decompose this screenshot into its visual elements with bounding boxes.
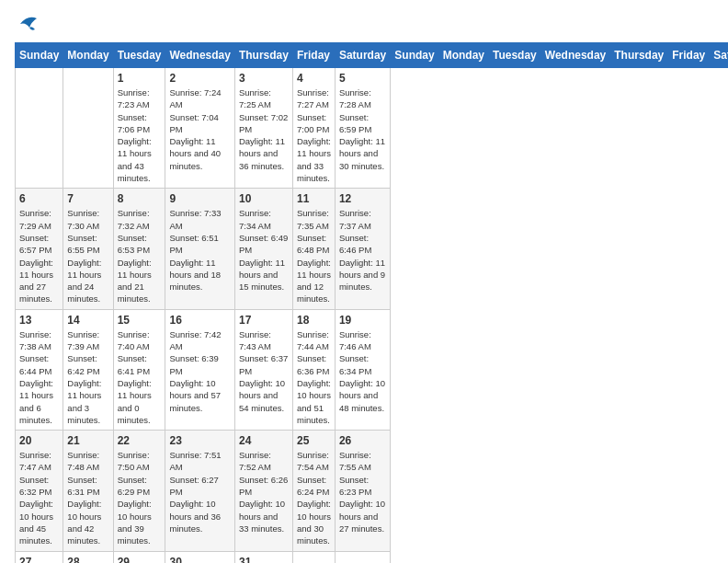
day-number: 19	[339, 314, 386, 327]
calendar-cell: 25Sunrise: 7:54 AM Sunset: 6:24 PM Dayli…	[292, 431, 335, 551]
day-number: 25	[297, 434, 331, 447]
day-info: Sunrise: 7:30 AM Sunset: 6:55 PM Dayligh…	[67, 208, 101, 304]
day-info: Sunrise: 7:27 AM Sunset: 7:00 PM Dayligh…	[297, 87, 331, 183]
day-info: Sunrise: 7:38 AM Sunset: 6:44 PM Dayligh…	[19, 329, 53, 425]
day-number: 23	[169, 434, 230, 447]
day-info: Sunrise: 7:34 AM Sunset: 6:49 PM Dayligh…	[239, 208, 288, 292]
calendar-cell: 24Sunrise: 7:52 AM Sunset: 6:26 PM Dayli…	[234, 431, 292, 551]
day-info: Sunrise: 7:23 AM Sunset: 7:06 PM Dayligh…	[118, 87, 152, 183]
calendar-header-thursday: Thursday	[234, 43, 292, 68]
day-number: 5	[339, 72, 386, 85]
calendar-cell: 8Sunrise: 7:32 AM Sunset: 6:53 PM Daylig…	[113, 189, 165, 309]
day-info: Sunrise: 7:47 AM Sunset: 6:32 PM Dayligh…	[19, 450, 53, 546]
calendar-cell: 1Sunrise: 7:23 AM Sunset: 7:06 PM Daylig…	[113, 68, 165, 189]
day-info: Sunrise: 7:54 AM Sunset: 6:24 PM Dayligh…	[297, 450, 331, 546]
calendar-cell	[63, 68, 113, 189]
calendar-cell: 11Sunrise: 7:35 AM Sunset: 6:48 PM Dayli…	[292, 189, 335, 309]
day-number: 24	[239, 434, 289, 447]
calendar-week-row: 27Sunrise: 6:56 AM Sunset: 5:21 PM Dayli…	[16, 551, 729, 563]
calendar-cell: 27Sunrise: 6:56 AM Sunset: 5:21 PM Dayli…	[16, 551, 63, 563]
day-number: 27	[19, 556, 59, 564]
calendar-cell: 23Sunrise: 7:51 AM Sunset: 6:27 PM Dayli…	[165, 431, 234, 551]
day-number: 10	[239, 192, 289, 205]
calendar-cell: 7Sunrise: 7:30 AM Sunset: 6:55 PM Daylig…	[63, 189, 113, 309]
calendar-week-row: 6Sunrise: 7:29 AM Sunset: 6:57 PM Daylig…	[16, 189, 729, 309]
calendar-cell: 10Sunrise: 7:34 AM Sunset: 6:49 PM Dayli…	[234, 189, 292, 309]
day-info: Sunrise: 7:39 AM Sunset: 6:42 PM Dayligh…	[67, 329, 101, 425]
calendar-cell: 15Sunrise: 7:40 AM Sunset: 6:41 PM Dayli…	[113, 309, 165, 430]
day-number: 3	[239, 72, 289, 85]
calendar-header-wednesday: Wednesday	[540, 43, 609, 68]
day-number: 16	[169, 314, 230, 327]
calendar-week-row: 1Sunrise: 7:23 AM Sunset: 7:06 PM Daylig…	[16, 68, 729, 189]
day-number: 8	[118, 192, 162, 205]
day-info: Sunrise: 7:43 AM Sunset: 6:37 PM Dayligh…	[239, 329, 288, 413]
day-info: Sunrise: 7:35 AM Sunset: 6:48 PM Dayligh…	[297, 208, 331, 304]
day-info: Sunrise: 7:32 AM Sunset: 6:53 PM Dayligh…	[118, 208, 152, 304]
calendar-cell: 26Sunrise: 7:55 AM Sunset: 6:23 PM Dayli…	[335, 431, 390, 551]
day-number: 7	[67, 192, 108, 205]
calendar-week-row: 20Sunrise: 7:47 AM Sunset: 6:32 PM Dayli…	[16, 431, 729, 551]
day-number: 11	[297, 192, 331, 205]
day-number: 15	[118, 314, 162, 327]
calendar-header-monday: Monday	[438, 43, 488, 68]
day-number: 18	[297, 314, 331, 327]
day-info: Sunrise: 7:52 AM Sunset: 6:26 PM Dayligh…	[239, 450, 288, 534]
day-number: 28	[67, 556, 108, 564]
calendar-header-tuesday: Tuesday	[488, 43, 540, 68]
calendar-header-thursday: Thursday	[610, 43, 668, 68]
page-header	[15, 15, 713, 33]
calendar-header-saturday: Saturday	[710, 43, 728, 68]
calendar-cell: 31Sunrise: 7:02 AM Sunset: 5:15 PM Dayli…	[234, 551, 292, 563]
day-number: 4	[297, 72, 331, 85]
day-number: 22	[118, 434, 162, 447]
day-info: Sunrise: 7:55 AM Sunset: 6:23 PM Dayligh…	[339, 450, 385, 534]
day-info: Sunrise: 7:46 AM Sunset: 6:34 PM Dayligh…	[339, 329, 385, 413]
calendar-header-friday: Friday	[292, 43, 335, 68]
day-info: Sunrise: 7:28 AM Sunset: 6:59 PM Dayligh…	[339, 87, 385, 171]
calendar-cell: 19Sunrise: 7:46 AM Sunset: 6:34 PM Dayli…	[335, 309, 390, 430]
calendar-header-sunday: Sunday	[16, 43, 63, 68]
calendar-cell: 6Sunrise: 7:29 AM Sunset: 6:57 PM Daylig…	[16, 189, 63, 309]
day-number: 6	[19, 192, 59, 205]
calendar-cell: 18Sunrise: 7:44 AM Sunset: 6:36 PM Dayli…	[292, 309, 335, 430]
calendar-cell: 12Sunrise: 7:37 AM Sunset: 6:46 PM Dayli…	[335, 189, 390, 309]
calendar-header-saturday: Saturday	[335, 43, 390, 68]
logo-bird-icon	[17, 15, 39, 33]
calendar-cell: 28Sunrise: 6:58 AM Sunset: 5:19 PM Dayli…	[63, 551, 113, 563]
day-info: Sunrise: 7:40 AM Sunset: 6:41 PM Dayligh…	[118, 329, 152, 425]
day-info: Sunrise: 7:42 AM Sunset: 6:39 PM Dayligh…	[169, 329, 221, 413]
calendar-table: SundayMondayTuesdayWednesdayThursdayFrid…	[15, 42, 728, 563]
day-info: Sunrise: 7:24 AM Sunset: 7:04 PM Dayligh…	[169, 87, 221, 171]
day-number: 20	[19, 434, 59, 447]
day-number: 13	[19, 314, 59, 327]
calendar-cell: 3Sunrise: 7:25 AM Sunset: 7:02 PM Daylig…	[234, 68, 292, 189]
calendar-cell	[335, 551, 390, 563]
calendar-week-row: 13Sunrise: 7:38 AM Sunset: 6:44 PM Dayli…	[16, 309, 729, 430]
calendar-cell	[16, 68, 63, 189]
day-number: 14	[67, 314, 108, 327]
calendar-header-sunday: Sunday	[391, 43, 438, 68]
day-number: 12	[339, 192, 386, 205]
day-info: Sunrise: 7:33 AM Sunset: 6:51 PM Dayligh…	[169, 208, 221, 292]
day-info: Sunrise: 7:29 AM Sunset: 6:57 PM Dayligh…	[19, 208, 53, 304]
calendar-cell: 13Sunrise: 7:38 AM Sunset: 6:44 PM Dayli…	[16, 309, 63, 430]
day-info: Sunrise: 7:44 AM Sunset: 6:36 PM Dayligh…	[297, 329, 331, 425]
day-number: 30	[169, 556, 230, 564]
calendar-cell: 4Sunrise: 7:27 AM Sunset: 7:00 PM Daylig…	[292, 68, 335, 189]
day-info: Sunrise: 7:51 AM Sunset: 6:27 PM Dayligh…	[169, 450, 221, 534]
calendar-header-row: SundayMondayTuesdayWednesdayThursdayFrid…	[16, 43, 729, 68]
day-info: Sunrise: 7:25 AM Sunset: 7:02 PM Dayligh…	[239, 87, 288, 171]
day-number: 17	[239, 314, 289, 327]
calendar-cell: 16Sunrise: 7:42 AM Sunset: 6:39 PM Dayli…	[165, 309, 234, 430]
day-number: 29	[118, 556, 162, 564]
day-number: 31	[239, 556, 289, 564]
calendar-cell: 2Sunrise: 7:24 AM Sunset: 7:04 PM Daylig…	[165, 68, 234, 189]
calendar-cell: 30Sunrise: 7:00 AM Sunset: 5:17 PM Dayli…	[165, 551, 234, 563]
calendar-cell: 22Sunrise: 7:50 AM Sunset: 6:29 PM Dayli…	[113, 431, 165, 551]
day-number: 1	[118, 72, 162, 85]
day-info: Sunrise: 7:48 AM Sunset: 6:31 PM Dayligh…	[67, 450, 101, 546]
calendar-header-wednesday: Wednesday	[165, 43, 234, 68]
day-number: 9	[169, 192, 230, 205]
day-info: Sunrise: 7:50 AM Sunset: 6:29 PM Dayligh…	[118, 450, 152, 546]
